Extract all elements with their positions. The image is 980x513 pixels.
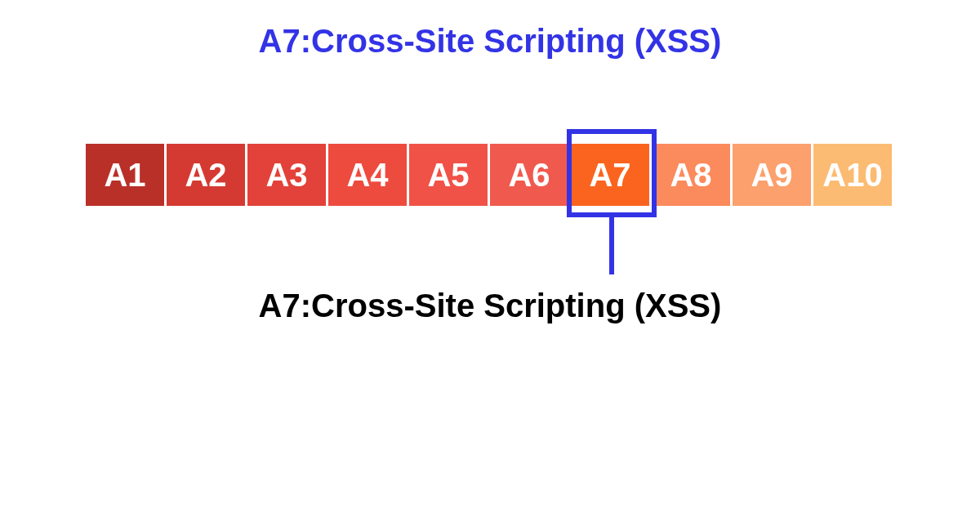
cell-row: A1 A2 A3 A4 A5 A6 A7 A8 A9 A10 — [86, 144, 892, 206]
cell-a6: A6 — [490, 144, 568, 206]
cell-a1: A1 — [86, 144, 164, 206]
cell-a7: A7 — [571, 144, 649, 206]
connector-line — [609, 217, 614, 274]
cell-a10: A10 — [813, 144, 892, 206]
cell-a9: A9 — [733, 144, 811, 206]
cell-a5: A5 — [409, 144, 488, 206]
diagram-caption: A7:Cross-Site Scripting (XSS) — [0, 288, 980, 324]
diagram-title: A7:Cross-Site Scripting (XSS) — [0, 23, 980, 60]
cell-a4: A4 — [328, 144, 407, 206]
cell-a3: A3 — [247, 144, 326, 206]
cell-a2: A2 — [167, 144, 245, 206]
cell-a8: A8 — [652, 144, 730, 206]
